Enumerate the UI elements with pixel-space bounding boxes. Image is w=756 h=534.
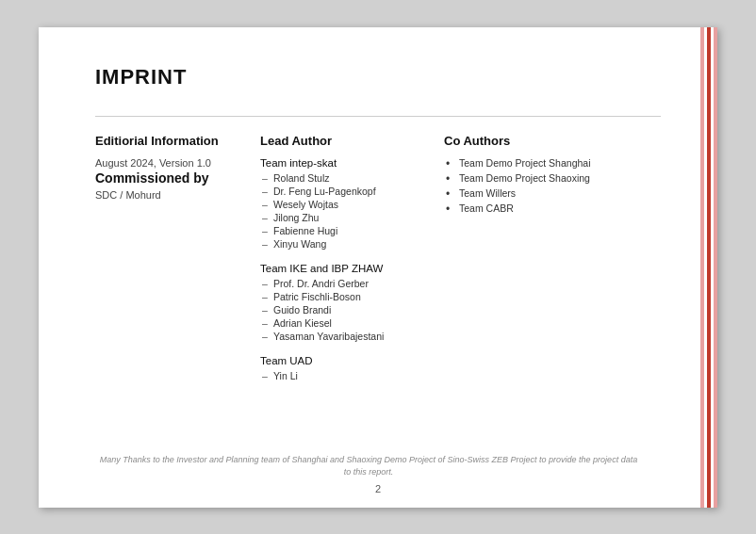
lead-group3-list: Yin Li: [260, 370, 444, 381]
co-authors-header: Co Authors: [444, 134, 661, 148]
list-item: Adrian Kiesel: [260, 317, 444, 329]
editorial-column: Editiorial Information August 2024, Vers…: [95, 134, 260, 201]
list-item: Yin Li: [260, 370, 444, 381]
list-item: Yasaman Yavaribajestani: [260, 331, 444, 342]
lead-author-header: Lead Author: [260, 134, 444, 148]
stripe-3: [714, 27, 717, 508]
list-item: Wesely Wojtas: [260, 199, 444, 210]
list-item: Roland Stulz: [260, 172, 444, 184]
list-item: Fabienne Hugi: [260, 225, 444, 236]
list-item: Team Willers: [444, 187, 661, 199]
page-title: IMPRINT: [95, 65, 661, 89]
decorative-stripes: [700, 27, 717, 508]
footer-note: Many Thanks to the Investor and Planning…: [95, 454, 642, 479]
editorial-date: August 2024, Version 1.0: [95, 157, 260, 169]
commissioned-label: Commissioned by: [95, 170, 260, 186]
lead-author-column: Lead Author Team intep-skat Roland Stulz…: [260, 134, 444, 395]
list-item: Dr. Feng Lu-Pagenkopf: [260, 186, 444, 197]
lead-group2-title: Team IKE and IBP ZHAW: [260, 263, 444, 274]
lead-group1-list: Roland Stulz Dr. Feng Lu-Pagenkopf Wesel…: [260, 172, 444, 250]
lead-group2-list: Prof. Dr. Andri Gerber Patric Fischli-Bo…: [260, 278, 444, 342]
list-item: Team Demo Project Shaoxing: [444, 172, 661, 184]
list-item: Guido Brandi: [260, 304, 444, 316]
co-authors-column: Co Authors Team Demo Project Shanghai Te…: [444, 134, 661, 218]
page-number: 2: [375, 483, 381, 494]
list-item: Xinyu Wang: [260, 238, 444, 250]
co-authors-list: Team Demo Project Shanghai Team Demo Pro…: [444, 157, 661, 214]
list-item: Prof. Dr. Andri Gerber: [260, 278, 444, 289]
list-item: Team Demo Project Shanghai: [444, 157, 661, 169]
divider: [95, 116, 661, 117]
list-item: Jilong Zhu: [260, 212, 444, 223]
list-item: Patric Fischli-Boson: [260, 291, 444, 302]
content-columns: Editiorial Information August 2024, Vers…: [95, 134, 661, 395]
lead-group1-title: Team intep-skat: [260, 157, 444, 169]
lead-group3-title: Team UAD: [260, 355, 444, 366]
sdc-label: SDC / Mohurd: [95, 189, 260, 201]
list-item: Team CABR: [444, 202, 661, 214]
page: IMPRINT Editiorial Information August 20…: [39, 27, 717, 508]
editorial-header: Editiorial Information: [95, 134, 260, 148]
